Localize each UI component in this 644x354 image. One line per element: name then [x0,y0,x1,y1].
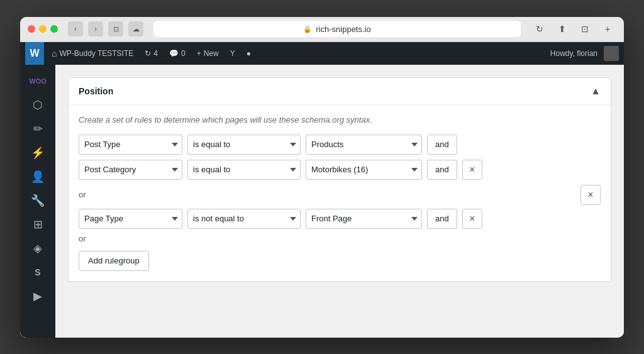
admin-bar-yoast[interactable]: Y [225,42,240,65]
plus-icon: + [197,49,201,58]
comments-icon: 💬 [169,49,179,58]
maximize-button[interactable] [50,25,58,33]
minimize-button[interactable] [39,25,47,33]
remove-rule-1-2[interactable]: × [462,160,482,180]
value-select-2-1[interactable]: Front Page [306,209,422,229]
admin-bar-extra[interactable]: ● [242,42,256,65]
new-tab-button[interactable]: ⊡ [576,20,594,38]
rule-row-1-1: Post Type Post Category Page Type is equ… [79,135,601,155]
rule-row-2-1: Page Type Post Type Post Category is not… [79,209,601,229]
home-icon: ⌂ [52,48,57,58]
wp-sidebar: WOO ⬡ ✏ ⚡ 👤 🔧 ⊞ ◈ S ▶ [20,65,55,338]
sidebar-icon-layers[interactable]: ⬡ [23,94,52,116]
panel-title: Position [79,86,113,96]
site-name: WP-Buddy TESTSITE [59,49,133,58]
admin-bar-home[interactable]: ⌂ WP-Buddy TESTSITE [47,42,138,65]
value-select-1-2[interactable]: Motorbikes (16) [306,160,422,180]
post-type-select-2-1[interactable]: Page Type Post Type Post Category [79,209,182,229]
sidebar-icon-user[interactable]: 👤 [23,165,52,188]
close-button[interactable] [28,25,35,33]
sidebar-icon-s[interactable]: S [23,261,52,284]
new-label: New [204,49,219,58]
sidebar-icon-woo[interactable]: WOO [23,70,52,92]
panel-header: Position ▲ [69,78,611,105]
sidebar-icon-edit[interactable]: ✏ [23,118,52,140]
add-rulegroup-section: or Add rulegroup [79,234,601,271]
dot-icon: ● [247,49,251,58]
refresh-button[interactable]: ↻ [531,20,548,38]
or-separator-1: or × [79,185,601,205]
sync-count: 4 [153,49,158,58]
wp-logo-icon: W [30,48,39,59]
admin-bar-comments[interactable]: 💬 0 [164,42,191,65]
add-rulegroup-button[interactable]: Add rulegroup [79,251,149,271]
add-tab-button[interactable]: + [599,20,616,38]
sidebar-icon-play[interactable]: ▶ [23,285,52,307]
cloud-button[interactable]: ☁ [128,21,143,36]
sidebar-icon-grid[interactable]: ⊞ [23,213,52,236]
or-text-2-row: or [79,234,601,243]
and-button-2-1[interactable]: and [427,209,457,229]
share-button[interactable]: ⬆ [553,20,571,38]
condition-select-1-2[interactable]: is equal to is not equal to [187,160,301,180]
screen-share-button[interactable]: ⊡ [108,21,123,36]
browser-window: ‹ › ⊡ ☁ 🔒 rich-snippets.io ↻ ⬆ ⊡ + W ⌂ W… [20,17,624,338]
address-bar[interactable]: 🔒 rich-snippets.io [153,21,521,37]
admin-bar-items: ⌂ WP-Buddy TESTSITE ↻ 4 💬 0 + New Y ● [47,42,550,65]
forward-button[interactable]: › [88,21,103,36]
url-text: rich-snippets.io [316,25,370,34]
wp-admin-bar: W ⌂ WP-Buddy TESTSITE ↻ 4 💬 0 + New Y [20,42,624,65]
position-panel: Position ▲ Create a set of rules to dete… [68,77,611,282]
sidebar-icon-bolt[interactable]: ⚡ [23,141,52,164]
main-layout: WOO ⬡ ✏ ⚡ 👤 🔧 ⊞ ◈ S ▶ Position ▲ Create … [20,65,624,338]
panel-description: Create a set of rules to determine which… [79,115,601,124]
yoast-icon: Y [230,49,235,58]
back-button[interactable]: ‹ [68,21,83,36]
rule-row-1-2: Post Category Post Type Page Type is equ… [79,160,601,180]
title-bar: ‹ › ⊡ ☁ 🔒 rich-snippets.io ↻ ⬆ ⊡ + [20,17,624,42]
sidebar-icon-schema[interactable]: ◈ [23,237,52,260]
rule-group-2: Page Type Post Type Post Category is not… [79,209,601,229]
value-select-1-1[interactable]: Products [306,135,422,155]
remove-group-1[interactable]: × [580,185,601,205]
or-text-2: or [79,234,86,243]
sidebar-icon-wrench[interactable]: 🔧 [23,189,52,212]
admin-bar-sync[interactable]: ↻ 4 [140,42,163,65]
post-type-select-1-1[interactable]: Post Type Post Category Page Type [79,135,182,155]
traffic-lights [28,25,58,33]
howdy-text: Howdy, florian [550,49,597,58]
post-type-select-1-2[interactable]: Post Category Post Type Page Type [79,160,182,180]
comments-count: 0 [181,49,186,58]
content-area: Position ▲ Create a set of rules to dete… [55,65,624,338]
and-button-1-2[interactable]: and [427,160,457,180]
condition-select-2-1[interactable]: is not equal to is equal to [187,209,301,229]
admin-bar-right: Howdy, florian [550,46,619,61]
condition-select-1-1[interactable]: is equal to is not equal to [187,135,301,155]
lock-icon: 🔒 [303,25,312,33]
panel-body: Create a set of rules to determine which… [69,105,611,281]
panel-toggle-button[interactable]: ▲ [591,86,601,97]
wp-logo[interactable]: W [25,42,44,65]
avatar [604,46,619,61]
and-button-1-1[interactable]: and [427,135,457,155]
remove-rule-2-1[interactable]: × [462,209,482,229]
sync-icon: ↻ [145,49,151,58]
rule-group-1: Post Type Post Category Page Type is equ… [79,135,601,180]
or-text-1: or [79,190,86,199]
admin-bar-new[interactable]: + New [192,42,224,65]
